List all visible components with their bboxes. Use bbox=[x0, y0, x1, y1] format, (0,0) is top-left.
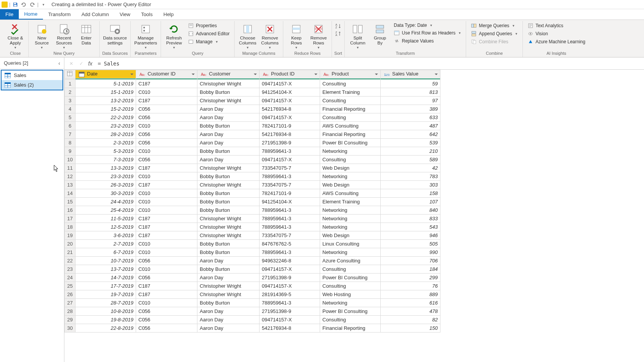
cell-date[interactable]: 19-7-2019 bbox=[76, 290, 136, 299]
text-analytics-button[interactable]: Text Analytics bbox=[525, 22, 588, 29]
table-row[interactable]: 3022-8-2019C056Aaron Day542176934-8Finan… bbox=[65, 324, 440, 333]
fx-icon[interactable]: fx bbox=[88, 61, 92, 67]
table-row[interactable]: 623-2-2019C010Bobby Burton782417101-9AWS… bbox=[65, 122, 440, 130]
table-row[interactable]: 1113-3-2019C187Christopher Wright7335470… bbox=[65, 164, 440, 172]
filter-icon[interactable] bbox=[191, 72, 196, 77]
cell-sales-value[interactable]: 389 bbox=[381, 105, 440, 113]
cell-customer[interactable]: Aaron Day bbox=[197, 113, 260, 122]
cell-customer[interactable]: Bobby Burton bbox=[197, 189, 260, 198]
manage-button[interactable]: Manage▼ bbox=[186, 38, 232, 46]
cell-customer-id[interactable]: C010 bbox=[136, 206, 197, 215]
table-row[interactable]: 1625-4-2019C010Bobby Burton788959641-3Ne… bbox=[65, 206, 440, 215]
formula-commit-icon[interactable]: ✓ bbox=[78, 61, 84, 67]
keep-rows-button[interactable]: Keep Rows ▼ bbox=[286, 21, 307, 49]
remove-rows-button[interactable]: Remove Rows ▼ bbox=[308, 21, 329, 49]
row-number[interactable]: 20 bbox=[65, 240, 76, 248]
cell-product[interactable]: Linux Consulting bbox=[320, 240, 381, 248]
replace-values-button[interactable]: Replace Values bbox=[391, 37, 463, 45]
cell-customer[interactable]: Aaron Day bbox=[197, 307, 260, 316]
choose-columns-button[interactable]: Choose Columns ▼ bbox=[237, 21, 258, 49]
cell-date[interactable]: 28-2-2019 bbox=[76, 130, 136, 139]
cell-product-id[interactable]: 788959641-3 bbox=[260, 223, 320, 231]
cell-product[interactable]: Power BI Consulting bbox=[320, 307, 381, 316]
cell-customer[interactable]: Bobby Burton bbox=[197, 198, 260, 206]
cell-product[interactable]: Networking bbox=[320, 206, 381, 215]
table-row[interactable]: 1812-5-2019C187Christopher Wright7889596… bbox=[65, 223, 440, 231]
cell-date[interactable]: 6-7-2019 bbox=[76, 248, 136, 257]
cell-date[interactable]: 24-4-2019 bbox=[76, 198, 136, 206]
cell-product[interactable]: Element Training bbox=[320, 198, 381, 206]
cell-customer-id[interactable]: C010 bbox=[136, 147, 197, 156]
cell-customer[interactable]: Christopher Wright bbox=[197, 181, 260, 189]
cell-sales-value[interactable]: 539 bbox=[381, 139, 440, 147]
table-row[interactable]: 1326-3-2019C187Christopher Wright7335470… bbox=[65, 181, 440, 189]
row-number[interactable]: 27 bbox=[65, 299, 76, 307]
cell-product-id[interactable]: 733547075-7 bbox=[260, 181, 320, 189]
cell-customer[interactable]: Aaron Day bbox=[197, 130, 260, 139]
cell-date[interactable]: 5-1-2019 bbox=[76, 80, 136, 88]
cell-date[interactable]: 12-5-2019 bbox=[76, 223, 136, 231]
cell-customer-id[interactable]: C187 bbox=[136, 215, 197, 223]
cell-product-id[interactable]: 788959641-3 bbox=[260, 215, 320, 223]
cell-date[interactable]: 2-3-2019 bbox=[76, 139, 136, 147]
new-source-button[interactable]: New Source ▼ bbox=[31, 21, 53, 49]
cell-customer[interactable]: Aaron Day bbox=[197, 324, 260, 333]
cell-date[interactable]: 17-7-2019 bbox=[76, 282, 136, 290]
cell-product[interactable]: Networking bbox=[320, 172, 381, 181]
cell-product[interactable]: Financial Reporting bbox=[320, 105, 381, 113]
cell-date[interactable]: 3-6-2019 bbox=[76, 231, 136, 240]
table-row[interactable]: 216-7-2019C010Bobby Burton788959641-3Net… bbox=[65, 248, 440, 257]
table-row[interactable]: 1223-3-2019C010Bobby Burton788959641-3Ne… bbox=[65, 172, 440, 181]
cell-sales-value[interactable]: 76 bbox=[381, 282, 440, 290]
cell-product[interactable]: Networking bbox=[320, 215, 381, 223]
query-item-sales-2[interactable]: Sales (2) bbox=[2, 80, 62, 90]
filter-icon[interactable] bbox=[253, 72, 258, 77]
cell-customer[interactable]: Bobby Burton bbox=[197, 88, 260, 97]
cell-product-id[interactable]: 782417101-9 bbox=[260, 122, 320, 130]
cell-sales-value[interactable]: 543 bbox=[381, 223, 440, 231]
cell-product[interactable]: Consulting bbox=[320, 316, 381, 324]
cell-date[interactable]: 5-3-2019 bbox=[76, 147, 136, 156]
query-item-sales[interactable]: Sales bbox=[2, 70, 62, 80]
tab-transform[interactable]: Transform bbox=[43, 9, 76, 20]
cell-sales-value[interactable]: 150 bbox=[381, 324, 440, 333]
row-number[interactable]: 6 bbox=[65, 122, 76, 130]
collapse-pane-icon[interactable]: ‹ bbox=[58, 60, 60, 66]
row-number[interactable]: 13 bbox=[65, 181, 76, 189]
cell-sales-value[interactable]: 184 bbox=[381, 265, 440, 274]
cell-product-id[interactable]: 782417101-9 bbox=[260, 189, 320, 198]
cell-customer-id[interactable]: C056 bbox=[136, 316, 197, 324]
cell-customer[interactable]: Bobby Burton bbox=[197, 299, 260, 307]
cell-customer[interactable]: Bobby Burton bbox=[197, 122, 260, 130]
cell-product-id[interactable]: 094714157-X bbox=[260, 282, 320, 290]
cell-sales-value[interactable]: 813 bbox=[381, 88, 440, 97]
remove-columns-button[interactable]: Remove Columns ▼ bbox=[259, 21, 281, 49]
column-header-date[interactable]: Date bbox=[76, 70, 136, 79]
table-row[interactable]: 415-2-2019C056Aaron Day542176934-8Financ… bbox=[65, 105, 440, 113]
filter-icon[interactable] bbox=[130, 72, 134, 77]
manage-parameters-button[interactable]: Manage Parameters ▼ bbox=[133, 21, 158, 49]
table-row[interactable]: 2728-7-2019C010Bobby Burton788959641-3Ne… bbox=[65, 299, 440, 307]
cell-customer-id[interactable]: C010 bbox=[136, 122, 197, 130]
table-row[interactable]: 2414-7-2019C056Aaron Day271951398-9Power… bbox=[65, 274, 440, 282]
cell-product[interactable]: Networking bbox=[320, 147, 381, 156]
row-number[interactable]: 29 bbox=[65, 316, 76, 324]
row-number[interactable]: 3 bbox=[65, 97, 76, 105]
sort-desc-button[interactable]: ZA bbox=[334, 30, 342, 37]
enter-data-button[interactable]: Enter Data bbox=[76, 21, 97, 46]
cell-sales-value[interactable]: 589 bbox=[381, 156, 440, 164]
cell-product[interactable]: Financial Reporting bbox=[320, 130, 381, 139]
cell-product[interactable]: Web Hosting bbox=[320, 290, 381, 299]
cell-product[interactable]: Networking bbox=[320, 248, 381, 257]
cell-date[interactable]: 30-3-2019 bbox=[76, 189, 136, 198]
row-number[interactable]: 15 bbox=[65, 198, 76, 206]
table-row[interactable]: 215-1-2019C010Bobby Burton941254104-XEle… bbox=[65, 88, 440, 97]
tab-file[interactable]: File bbox=[0, 9, 19, 20]
cell-customer-id[interactable]: C010 bbox=[136, 240, 197, 248]
cell-product-id[interactable]: 847676762-5 bbox=[260, 240, 320, 248]
cell-customer-id[interactable]: C010 bbox=[136, 265, 197, 274]
cell-sales-value[interactable]: 840 bbox=[381, 206, 440, 215]
table-row[interactable]: 2810-8-2019C056Aaron Day271951398-9Power… bbox=[65, 307, 440, 316]
properties-button[interactable]: Properties bbox=[186, 22, 232, 29]
cell-sales-value[interactable]: 616 bbox=[381, 299, 440, 307]
